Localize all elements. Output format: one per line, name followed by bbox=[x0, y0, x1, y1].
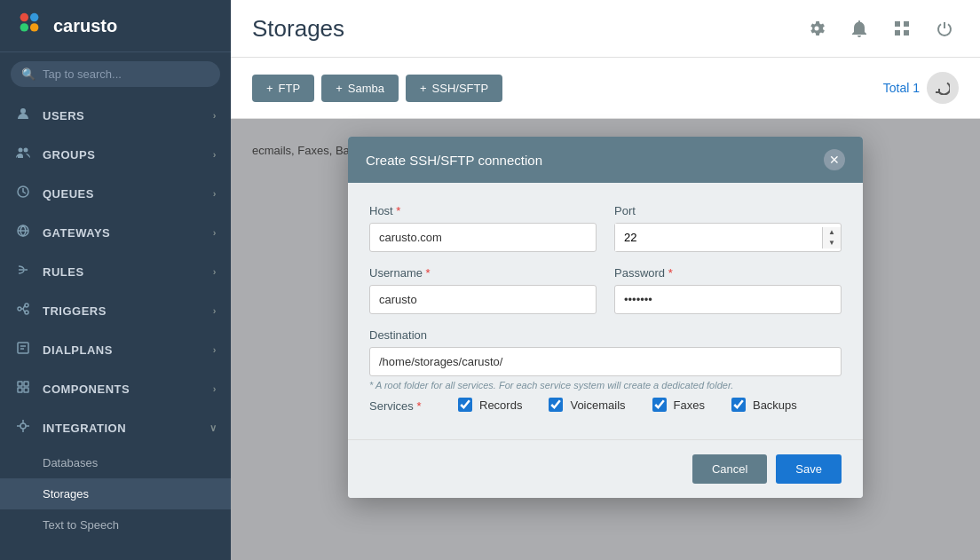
sidebar-header: carusto bbox=[0, 0, 231, 52]
add-icon: + bbox=[266, 82, 273, 95]
destination-label: Destination bbox=[369, 328, 842, 342]
nav-item-users[interactable]: USERS › bbox=[0, 96, 231, 135]
header-icons bbox=[802, 14, 959, 43]
modal-close-button[interactable]: ✕ bbox=[824, 149, 845, 170]
nav-item-components[interactable]: COMPONENTS › bbox=[0, 369, 231, 408]
nav-item-rules[interactable]: RULES › bbox=[0, 252, 231, 291]
nav-label-dialplans: DIALPLANS bbox=[43, 343, 113, 357]
password-group: Password * bbox=[614, 266, 842, 314]
username-password-row: Username * Password * bbox=[369, 266, 842, 314]
grid-icon[interactable] bbox=[888, 14, 916, 43]
power-icon[interactable] bbox=[930, 14, 959, 43]
modal-header: Create SSH/SFTP connection ✕ bbox=[348, 137, 863, 183]
refresh-button[interactable] bbox=[927, 72, 959, 104]
host-group: Host * bbox=[369, 204, 597, 252]
add-samba-button[interactable]: + Samba bbox=[321, 75, 399, 102]
svg-rect-21 bbox=[904, 30, 909, 35]
ftp-label: FTP bbox=[279, 82, 301, 95]
backups-label: Backups bbox=[753, 398, 797, 412]
svg-point-4 bbox=[20, 108, 26, 114]
nav-item-triggers[interactable]: TRIGGERS › bbox=[0, 291, 231, 330]
total-count: Total 1 bbox=[883, 81, 920, 95]
password-input[interactable] bbox=[614, 285, 842, 314]
add-icon: + bbox=[336, 82, 343, 95]
nav-label-integration: INTEGRATION bbox=[43, 422, 126, 435]
content-area: ecmails, Faxes, Backups Create SSH/SFTP … bbox=[231, 119, 980, 560]
services-label: Services * bbox=[369, 398, 458, 413]
destination-hint: * A root folder for all services. For ea… bbox=[369, 380, 842, 390]
chevron-right-icon: › bbox=[213, 344, 217, 355]
required-star: * bbox=[426, 266, 431, 280]
svg-point-2 bbox=[20, 23, 28, 31]
faxes-checkbox[interactable] bbox=[652, 398, 667, 412]
chevron-right-icon: › bbox=[213, 149, 217, 160]
sub-nav-label-storages: Storages bbox=[43, 487, 89, 501]
toolbar: + FTP + Samba + SSH/SFTP Total 1 bbox=[231, 58, 980, 119]
nav-label-rules: RULES bbox=[43, 265, 84, 279]
add-icon: + bbox=[420, 82, 427, 95]
port-input[interactable] bbox=[615, 224, 822, 251]
nav-item-integration[interactable]: INTEGRATION ∨ bbox=[0, 408, 231, 447]
bell-icon[interactable] bbox=[845, 14, 873, 43]
groups-icon bbox=[14, 146, 32, 163]
add-ssh-sftp-button[interactable]: + SSH/SFTP bbox=[406, 75, 502, 102]
svg-point-0 bbox=[20, 13, 28, 21]
svg-rect-15 bbox=[18, 388, 22, 392]
create-ssh-modal: Create SSH/SFTP connection ✕ Host * Port bbox=[348, 137, 863, 498]
logo-text: carusto bbox=[53, 16, 117, 36]
page-title: Storages bbox=[252, 15, 344, 43]
svg-point-6 bbox=[24, 148, 28, 153]
svg-rect-18 bbox=[895, 21, 900, 27]
host-input[interactable] bbox=[369, 223, 597, 252]
samba-label: Samba bbox=[348, 82, 384, 95]
save-button[interactable]: Save bbox=[776, 454, 842, 484]
nav-item-dialplans[interactable]: DIALPLANS › bbox=[0, 330, 231, 369]
username-label: Username * bbox=[369, 266, 597, 280]
nav-label-users: USERS bbox=[43, 109, 84, 122]
sub-nav-item-storages[interactable]: Storages bbox=[0, 478, 231, 509]
destination-input[interactable] bbox=[369, 347, 842, 376]
cancel-button[interactable]: Cancel bbox=[692, 454, 767, 484]
host-label: Host * bbox=[369, 204, 597, 217]
records-checkbox[interactable] bbox=[458, 398, 472, 412]
required-star: * bbox=[396, 204, 400, 217]
svg-point-1 bbox=[30, 13, 38, 21]
nav-item-gateways[interactable]: GATEWAYS › bbox=[0, 213, 231, 252]
checkbox-records[interactable]: Records bbox=[458, 398, 522, 412]
required-star: * bbox=[416, 399, 421, 413]
carusto-logo bbox=[14, 11, 44, 41]
modal-title: Create SSH/SFTP connection bbox=[366, 153, 542, 168]
chevron-right-icon: › bbox=[213, 305, 217, 316]
components-icon bbox=[14, 380, 32, 398]
password-label: Password * bbox=[614, 266, 842, 280]
backups-checkbox[interactable] bbox=[731, 398, 746, 412]
chevron-down-icon: ∨ bbox=[209, 422, 217, 434]
svg-point-10 bbox=[25, 304, 28, 307]
svg-point-5 bbox=[19, 148, 23, 153]
checkbox-backups[interactable]: Backups bbox=[731, 398, 797, 412]
search-bar[interactable]: 🔍 Tap to search... bbox=[11, 61, 220, 87]
faxes-label: Faxes bbox=[674, 398, 705, 412]
triggers-icon bbox=[14, 302, 32, 319]
port-increment-button[interactable]: ▲ bbox=[823, 227, 841, 238]
checkboxes-area: Records Voicemails Faxes bbox=[458, 398, 842, 412]
port-input-wrap: ▲ ▼ bbox=[614, 223, 842, 252]
voicemails-checkbox[interactable] bbox=[549, 398, 563, 412]
username-input[interactable] bbox=[369, 285, 597, 314]
svg-rect-20 bbox=[895, 30, 900, 35]
chevron-right-icon: › bbox=[213, 383, 217, 394]
sub-nav-item-databases[interactable]: Databases bbox=[0, 447, 231, 478]
nav-item-queues[interactable]: QUEUES › bbox=[0, 174, 231, 213]
settings-icon[interactable] bbox=[802, 14, 831, 43]
port-decrement-button[interactable]: ▼ bbox=[823, 238, 841, 248]
svg-point-9 bbox=[18, 307, 21, 311]
sub-nav-item-text-to-speech[interactable]: Text to Speech bbox=[0, 509, 231, 540]
username-group: Username * bbox=[369, 266, 597, 314]
checkbox-voicemails[interactable]: Voicemails bbox=[549, 398, 625, 412]
nav-item-groups[interactable]: GROUPS › bbox=[0, 135, 231, 174]
integration-icon bbox=[14, 419, 32, 437]
add-ftp-button[interactable]: + FTP bbox=[252, 75, 314, 102]
sub-nav-label-databases: Databases bbox=[43, 456, 98, 469]
checkbox-faxes[interactable]: Faxes bbox=[652, 398, 705, 412]
rules-icon bbox=[14, 263, 32, 280]
